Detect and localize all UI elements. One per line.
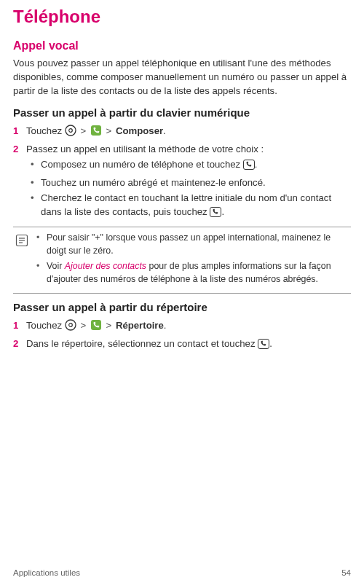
- svg-rect-12: [258, 339, 269, 348]
- footer-section: Applications utiles: [13, 567, 80, 579]
- bullet-icon: •: [31, 176, 41, 189]
- dialer-app-icon: [90, 125, 102, 140]
- step-number: 1: [13, 318, 26, 334]
- s1-step2: 2 Passez un appel en utilisant la méthod…: [13, 142, 351, 222]
- svg-rect-11: [91, 320, 101, 330]
- step-number: 2: [13, 337, 26, 353]
- section-appel-vocal: Appel vocal: [13, 37, 351, 54]
- bullet-icon: •: [31, 157, 41, 173]
- chevron-right-icon: >: [105, 124, 114, 138]
- s2-step1-text: Touchez: [26, 320, 65, 331]
- bullet-icon: •: [36, 232, 47, 258]
- svg-rect-2: [91, 125, 101, 136]
- heading-clavier: Passer un appel à partir du clavier numé…: [13, 105, 351, 121]
- svg-point-0: [66, 125, 76, 136]
- heading-repertoire: Passer un appel à partir du répertoire: [13, 299, 351, 315]
- s2-step2-suffix: .: [269, 338, 272, 349]
- s1-b3-suffix: .: [221, 206, 224, 217]
- dialer-app-icon: [90, 319, 102, 334]
- s1-bullet1: • Composez un numéro de téléphone et tou…: [26, 157, 351, 173]
- s1-step1-text: Touchez: [26, 125, 65, 136]
- chevron-right-icon: >: [79, 318, 87, 332]
- bullet-icon: •: [31, 191, 41, 221]
- home-circle-icon: [65, 125, 76, 140]
- note-item1: • Pour saisir "+" lorsque vous passez un…: [36, 232, 349, 258]
- link-ajouter-contacts[interactable]: Ajouter des contacts: [65, 261, 146, 271]
- svg-point-9: [66, 320, 76, 330]
- s1-bullet3: • Cherchez le contact en touchant la let…: [26, 191, 351, 221]
- note-box: • Pour saisir "+" lorsque vous passez un…: [13, 227, 351, 294]
- s2-step1-target: Répertoire: [116, 320, 164, 331]
- s1-b1-text: Composez un numéro de téléphone et touch…: [41, 159, 243, 170]
- step-number: 2: [13, 142, 26, 222]
- call-icon: [210, 207, 221, 221]
- chevron-right-icon: >: [105, 318, 114, 332]
- step-number: 1: [13, 124, 26, 140]
- page-number: 54: [341, 567, 351, 579]
- s1-b1-suffix: .: [255, 159, 258, 170]
- call-icon: [258, 339, 269, 353]
- bullet-icon: •: [36, 260, 47, 286]
- note-item2: • Voir Ajouter des contacts pour de plus…: [36, 260, 349, 286]
- note1-text: Pour saisir "+" lorsque vous passez un a…: [47, 232, 349, 258]
- s1-step1-suffix: .: [163, 125, 166, 136]
- call-icon: [243, 160, 255, 173]
- s2-step2-text: Dans le répertoire, sélectionnez un cont…: [26, 338, 258, 349]
- note-icon: [15, 232, 36, 289]
- svg-rect-4: [210, 207, 221, 216]
- s2-step2: 2 Dans le répertoire, sélectionnez un co…: [13, 337, 351, 353]
- s1-bullet2: • Touchez un numéro abrégé et maintenez-…: [26, 176, 351, 189]
- home-circle-icon: [65, 319, 76, 334]
- s1-b2-text: Touchez un numéro abrégé et maintenez-le…: [41, 176, 266, 189]
- svg-point-10: [68, 323, 72, 326]
- s1-step1-target: Composer: [116, 125, 163, 136]
- intro-paragraph: Vous pouvez passer un appel téléphonique…: [13, 56, 351, 98]
- note2-prefix: Voir: [47, 261, 65, 271]
- chevron-right-icon: >: [79, 124, 87, 138]
- svg-point-1: [68, 129, 72, 133]
- s1-b3-text: Cherchez le contact en touchant la lettr…: [41, 192, 331, 217]
- svg-rect-3: [243, 160, 254, 170]
- page-footer: Applications utiles 54: [13, 567, 351, 579]
- s2-step1-suffix: .: [164, 320, 167, 331]
- s1-step2-text: Passez un appel en utilisant la méthode …: [26, 144, 264, 154]
- s1-step1: 1 Touchez > > Composer.: [13, 124, 351, 140]
- page-title: Téléphone: [13, 4, 351, 30]
- s2-step1: 1 Touchez > > Répertoire.: [13, 318, 351, 334]
